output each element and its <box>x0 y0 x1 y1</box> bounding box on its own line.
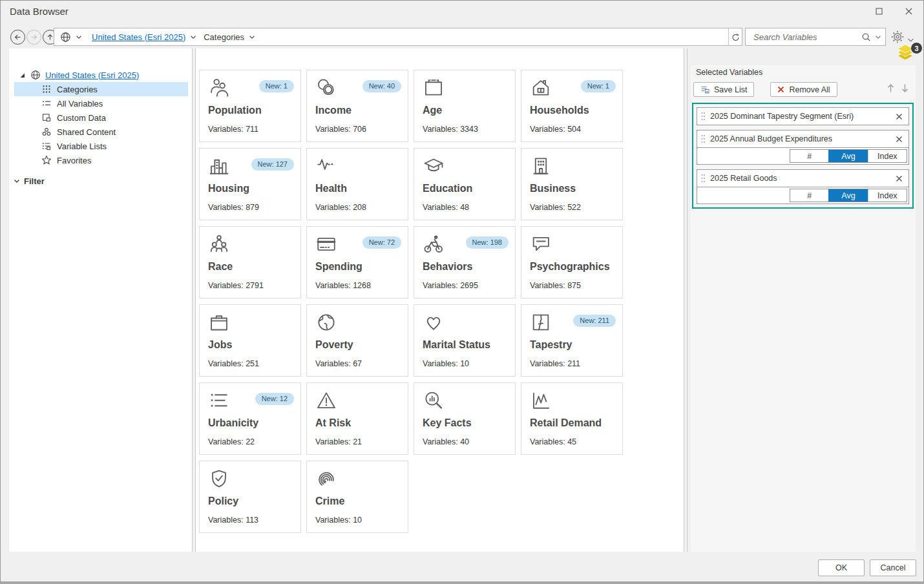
move-up-button[interactable] <box>887 83 895 96</box>
category-card-spending[interactable]: New: 72 Spending Variables: 1268 <box>306 226 408 298</box>
forward-button[interactable] <box>26 30 41 45</box>
population-icon <box>208 77 230 99</box>
tree-splitter[interactable] <box>192 48 196 555</box>
close-icon <box>896 175 903 182</box>
toggle-number[interactable]: # <box>790 150 828 162</box>
drag-handle-icon[interactable] <box>700 173 706 183</box>
crime-icon <box>315 468 337 490</box>
category-variable-count: Variables: 706 <box>315 125 408 134</box>
category-card-urbanicity[interactable]: New: 12 Urbanicity Variables: 22 <box>199 382 301 455</box>
sidebar-item-variable-lists[interactable]: Variable Lists <box>14 139 188 153</box>
back-button[interactable] <box>10 30 25 45</box>
category-title: Retail Demand <box>530 417 622 429</box>
close-button[interactable] <box>894 1 923 22</box>
category-title: Households <box>530 105 622 116</box>
move-down-button[interactable] <box>901 83 909 96</box>
category-card-marital-status[interactable]: Marital Status Variables: 10 <box>414 304 516 377</box>
ok-button[interactable]: OK <box>818 559 865 576</box>
category-variable-count: Variables: 45 <box>530 437 622 446</box>
category-variable-count: Variables: 3343 <box>423 125 515 134</box>
category-card-policy[interactable]: Policy Variables: 113 <box>199 461 301 533</box>
toggle-number[interactable]: # <box>790 189 828 202</box>
toggle-index[interactable]: Index <box>868 189 907 202</box>
breadcrumb-level[interactable]: Categories <box>204 32 244 42</box>
category-variable-count: Variables: 40 <box>423 437 515 446</box>
category-card-population[interactable]: New: 1 Population Variables: 711 <box>199 70 301 142</box>
custom-data-icon <box>41 112 52 123</box>
cancel-button[interactable]: Cancel <box>870 559 916 576</box>
category-card-households[interactable]: New: 1 Households Variables: 504 <box>521 70 623 142</box>
category-card-business[interactable]: Business Variables: 522 <box>521 148 623 220</box>
category-card-race[interactable]: Race Variables: 2791 <box>199 226 301 298</box>
sidebar-item-custom-data[interactable]: Custom Data <box>14 110 188 125</box>
category-title: Income <box>315 105 408 116</box>
category-variable-count: Variables: 251 <box>208 359 300 368</box>
chevron-down-icon[interactable] <box>76 35 82 39</box>
category-card-tapestry[interactable]: New: 211 Tapestry Variables: 211 <box>521 304 623 377</box>
sidebar-item-all-variables[interactable]: All Variables <box>14 96 188 110</box>
new-count-badge: New: 40 <box>362 80 401 92</box>
remove-variable-button[interactable] <box>896 113 903 120</box>
category-card-age[interactable]: Age Variables: 3343 <box>414 70 516 142</box>
maximize-button[interactable] <box>864 1 894 22</box>
cards-scrollbar[interactable] <box>684 48 688 555</box>
tree-root-node[interactable]: United States (Esri 2025) <box>9 68 192 82</box>
category-card-behaviors[interactable]: New: 198 Behaviors Variables: 2695 <box>414 226 516 298</box>
globe-icon[interactable] <box>60 32 71 43</box>
jobs-icon <box>208 311 230 333</box>
category-card-jobs[interactable]: Jobs Variables: 251 <box>199 304 301 377</box>
category-title: Jobs <box>208 339 300 351</box>
search-icon[interactable] <box>861 32 871 42</box>
drag-handle-icon[interactable] <box>700 134 706 144</box>
remove-variable-button[interactable] <box>896 136 903 143</box>
settings-button[interactable] <box>890 30 905 44</box>
category-card-key-facts[interactable]: Key Facts Variables: 40 <box>414 382 516 455</box>
category-title: Psychographics <box>530 261 622 273</box>
remove-variable-button[interactable] <box>896 175 903 182</box>
tree-root-link[interactable]: United States (Esri 2025) <box>45 70 139 80</box>
selected-variable-item[interactable]: 2025 Annual Budget Expenditures #AvgInde… <box>697 130 909 165</box>
category-card-retail-demand[interactable]: Retail Demand Variables: 45 <box>521 382 623 455</box>
expander-triangle-icon[interactable] <box>19 72 26 79</box>
sidebar-item-categories[interactable]: Categories <box>14 82 188 96</box>
search-options-chevron-icon[interactable] <box>875 35 881 39</box>
refresh-button[interactable] <box>728 28 742 45</box>
sidebar-item-shared-content[interactable]: Shared Content <box>14 125 188 139</box>
save-list-button[interactable]: Save List <box>693 82 754 97</box>
toggle-index[interactable]: Index <box>868 150 907 162</box>
spending-icon <box>315 233 337 255</box>
category-card-housing[interactable]: New: 127 Housing Variables: 879 <box>199 148 301 220</box>
category-card-crime[interactable]: Crime Variables: 10 <box>306 461 408 533</box>
drag-handle-icon[interactable] <box>700 111 706 121</box>
categories-panel: New: 1 Population Variables: 711 New: 40… <box>196 48 682 555</box>
category-variable-count: Variables: 1268 <box>315 281 408 290</box>
chevron-down-icon[interactable] <box>190 35 196 39</box>
category-card-health[interactable]: Health Variables: 208 <box>306 148 408 220</box>
category-variable-count: Variables: 211 <box>530 359 622 368</box>
urbanicity-icon <box>208 390 230 412</box>
new-count-badge: New: 198 <box>466 236 509 249</box>
search-input[interactable] <box>752 32 860 43</box>
variable-lists-icon <box>41 141 52 151</box>
selected-variable-label: 2025 Dominant Tapestry Segment (Esri) <box>710 112 892 121</box>
toggle-avg[interactable]: Avg <box>828 189 867 202</box>
chevron-down-icon[interactable] <box>249 35 255 39</box>
selected-variable-item[interactable]: 2025 Retail Goods #AvgIndex <box>697 169 909 204</box>
category-title: Behaviors <box>423 261 515 273</box>
remove-all-button[interactable]: Remove All <box>770 82 837 97</box>
category-title: Education <box>423 183 515 194</box>
new-count-badge: New: 127 <box>251 158 294 171</box>
sidebar-item-favorites[interactable]: Favorites <box>14 153 188 167</box>
category-card-at-risk[interactable]: At Risk Variables: 21 <box>306 382 408 455</box>
category-title: Race <box>208 261 300 273</box>
category-title: Population <box>208 105 300 116</box>
health-icon <box>315 155 337 177</box>
toggle-avg[interactable]: Avg <box>828 150 867 162</box>
category-card-psychographics[interactable]: Psychographics Variables: 875 <box>521 226 623 298</box>
filter-toggle[interactable]: Filter <box>9 176 192 186</box>
category-card-income[interactable]: New: 40 Income Variables: 706 <box>306 70 408 142</box>
breadcrumb-source-link[interactable]: United States (Esri 2025) <box>92 32 185 42</box>
category-card-poverty[interactable]: Poverty Variables: 67 <box>306 304 408 377</box>
selected-variable-item[interactable]: 2025 Dominant Tapestry Segment (Esri) <box>697 107 909 125</box>
category-card-education[interactable]: Education Variables: 48 <box>414 148 516 220</box>
